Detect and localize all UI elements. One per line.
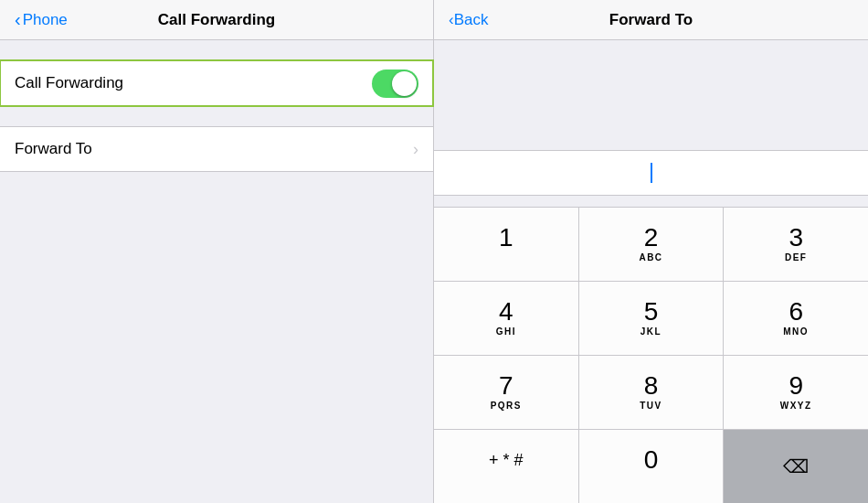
key-9-number: 9 [789,373,803,399]
key-5[interactable]: 5 JKL [579,282,724,355]
toggle-thumb [392,71,417,96]
right-nav-bar: ‹ Back Forward To [434,0,868,40]
key-6-number: 6 [789,299,803,325]
key-2[interactable]: 2 ABC [579,208,724,281]
right-panel: ‹ Back Forward To 1 2 ABC 3 DEF 4 GHI 5 … [434,0,868,503]
forward-to-chevron-icon: › [413,140,418,159]
key-8-letters: TUV [640,401,662,412]
left-panel: ‹ Phone Call Forwarding Call Forwarding … [0,0,434,503]
key-star-number: + * # [489,452,524,468]
key-4[interactable]: 4 GHI [434,282,578,355]
left-nav-bar: ‹ Phone Call Forwarding [0,0,433,40]
call-forwarding-label: Call Forwarding [15,74,123,92]
call-forwarding-toggle[interactable] [372,70,418,98]
left-back-label: Phone [23,11,68,29]
toggle-track [372,70,418,98]
key-2-number: 2 [644,225,659,251]
phone-display-area [434,40,868,150]
key-4-number: 4 [499,299,513,325]
right-back-button[interactable]: ‹ Back [441,7,495,33]
key-0[interactable]: 0 [579,430,724,503]
key-6-letters: MNO [783,326,809,337]
text-cursor [651,163,652,183]
key-3-letters: DEF [785,252,808,263]
key-2-letters: ABC [639,252,662,263]
right-nav-title: Forward To [609,11,693,29]
key-backspace[interactable]: ⌫ [724,430,868,503]
call-forwarding-section: Call Forwarding [0,60,433,106]
key-1-number: 1 [499,225,513,251]
key-9-letters: WXYZ [780,401,812,412]
key-3[interactable]: 3 DEF [724,208,868,281]
keypad-grid: 1 2 ABC 3 DEF 4 GHI 5 JKL 6 MNO 7 PQRS [434,207,868,503]
forward-to-label: Forward To [15,140,92,158]
key-7-number: 7 [499,373,513,399]
key-1[interactable]: 1 [434,208,578,281]
key-3-number: 3 [789,225,803,251]
backspace-icon: ⌫ [783,455,809,477]
key-7[interactable]: 7 PQRS [434,356,578,429]
key-star[interactable]: + * # [434,430,578,503]
call-forwarding-row[interactable]: Call Forwarding [0,60,433,106]
key-8[interactable]: 8 TUV [579,356,724,429]
key-6[interactable]: 6 MNO [724,282,868,355]
key-7-letters: PQRS [491,401,522,412]
key-4-letters: GHI [496,326,516,337]
key-5-letters: JKL [640,326,662,337]
left-nav-title: Call Forwarding [158,11,275,29]
keypad-spacer [434,196,868,207]
key-0-number: 0 [644,447,659,473]
section-gap [0,106,433,126]
right-back-label: Back [454,11,489,29]
key-9[interactable]: 9 WXYZ [724,356,868,429]
forward-to-row[interactable]: Forward To › [0,126,433,172]
key-5-number: 5 [644,299,659,325]
key-8-number: 8 [644,373,659,399]
left-back-button[interactable]: ‹ Phone [7,5,75,34]
left-back-chevron-icon: ‹ [15,9,21,30]
phone-input-field[interactable] [434,150,868,196]
